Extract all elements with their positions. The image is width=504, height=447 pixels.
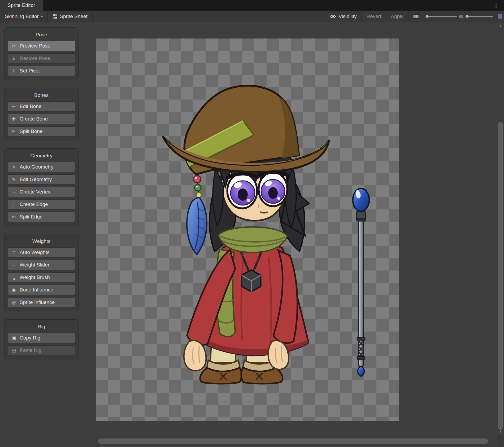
auto-geometry-icon: ✳: [11, 164, 17, 170]
tab-label: Sprite Editor: [7, 2, 35, 8]
editor-mode-dropdown[interactable]: Skinning Editor ▾: [0, 11, 47, 22]
eye-icon: [330, 14, 336, 19]
button-label: Copy Rig: [20, 335, 40, 341]
set-pivot-button[interactable]: ✛ Set Pivot: [8, 66, 75, 76]
panel-geometry: Geometry ✳ Auto Geometry ✎ Edit Geometry…: [4, 148, 79, 226]
kebab-menu-icon[interactable]: ⋮: [491, 0, 501, 11]
create-vertex-button[interactable]: ∴ Create Vertex: [8, 187, 75, 197]
button-label: Create Edge: [20, 201, 48, 207]
set-pivot-icon: ✛: [11, 68, 17, 74]
horizontal-scrollbar[interactable]: [0, 435, 497, 447]
panel-title-geometry: Geometry: [8, 151, 75, 162]
vertical-scroll-thumb[interactable]: [498, 122, 503, 430]
panel-bones: Bones ✏ Edit Bone ✚ Create Bone ✄ Split …: [4, 88, 79, 140]
scroll-down-icon[interactable]: ▼: [497, 430, 504, 433]
paste-rig-button[interactable]: ▤ Paste Rig: [8, 345, 75, 355]
bone-influence-button[interactable]: ◉ Bone Influence: [8, 285, 75, 295]
sprite-canvas[interactable]: [96, 38, 399, 421]
panel-pose: Pose ✂ Preview Pose ♟ Restore Pose ✛ Set…: [4, 27, 79, 80]
slider-track[interactable]: [465, 16, 493, 17]
slider-handle[interactable]: [425, 15, 429, 18]
button-label: Restore Pose: [20, 55, 50, 61]
weight-brush-button[interactable]: ⣦ Weight Brush: [8, 272, 75, 282]
button-label: Paste Rig: [20, 347, 41, 353]
split-bone-icon: ✄: [11, 129, 17, 134]
button-label: Weight Brush: [20, 274, 50, 280]
editor-tabbar: Sprite Editor ⋮: [0, 0, 504, 11]
copy-rig-icon: ▣: [11, 335, 17, 341]
color-ramp-swatch[interactable]: [413, 14, 419, 19]
panel-title-pose: Pose: [8, 30, 75, 41]
apply-button[interactable]: Apply: [386, 11, 408, 22]
revert-label: Revert: [367, 14, 381, 19]
chevron-down-icon: ▾: [41, 14, 43, 18]
paste-rig-icon: ▤: [11, 348, 17, 353]
create-edge-icon: ⋰: [11, 202, 17, 207]
edit-geometry-icon: ✎: [11, 177, 17, 182]
bone-opacity-slider[interactable]: [425, 11, 457, 22]
toolbar-separator: [408, 11, 409, 22]
weight-slider-button[interactable]: ∷ Weight Slider: [8, 260, 75, 270]
panel-title-rig: Rig: [8, 322, 75, 333]
sprite-pattern-icon[interactable]: [497, 14, 502, 19]
button-label: Create Bone: [20, 116, 48, 122]
scroll-up-icon[interactable]: ▲: [497, 24, 504, 28]
main-viewport: Pose ✂ Preview Pose ♟ Restore Pose ✛ Set…: [0, 23, 497, 435]
auto-geometry-button[interactable]: ✳ Auto Geometry: [8, 162, 75, 172]
slider-track[interactable]: [425, 16, 457, 17]
character-sprite: [163, 86, 329, 384]
create-bone-button[interactable]: ✚ Create Bone: [8, 114, 75, 124]
sprite-influence-icon: ◎: [11, 300, 17, 305]
button-label: Sprite Influence: [20, 299, 55, 305]
edit-bone-icon: ✏: [11, 104, 17, 109]
button-label: Create Vertex: [20, 189, 50, 195]
restore-pose-icon: ♟: [11, 56, 17, 61]
split-edge-icon: ✄: [11, 214, 17, 220]
preview-pose-button[interactable]: ✂ Preview Pose: [8, 41, 75, 51]
horizontal-scroll-thumb[interactable]: [98, 439, 488, 444]
revert-button[interactable]: Revert: [362, 11, 386, 22]
weight-brush-icon: ⣦: [11, 275, 17, 280]
panel-title-weights: Weights: [8, 237, 75, 247]
visibility-label: Visibility: [338, 14, 357, 19]
auto-weights-button[interactable]: ∵ Auto Weights: [8, 247, 75, 257]
button-label: Preview Pose: [20, 43, 50, 49]
staff-sprite: [353, 188, 369, 376]
auto-weights-icon: ∵: [11, 250, 17, 255]
panel-weights: Weights ∵ Auto Weights ∷ Weight Slider ⣦…: [4, 234, 79, 311]
vertical-scrollbar[interactable]: ▲ ▼: [497, 23, 504, 435]
bone-color-icon[interactable]: [459, 14, 463, 18]
visibility-toggle[interactable]: Visibility: [325, 11, 361, 22]
sprite-influence-button[interactable]: ◎ Sprite Influence: [8, 297, 75, 307]
button-label: Split Edge: [20, 214, 43, 220]
button-label: Auto Geometry: [20, 164, 54, 170]
slider-handle[interactable]: [466, 15, 469, 18]
sprite-sheet-button[interactable]: Sprite Sheet: [48, 11, 92, 22]
button-label: Split Bone: [20, 128, 43, 134]
tab-sprite-editor[interactable]: Sprite Editor: [0, 0, 43, 11]
button-label: Set Pivot: [20, 68, 40, 74]
create-bone-icon: ✚: [11, 116, 17, 122]
editor-mode-label: Skinning Editor: [5, 14, 39, 19]
edit-bone-button[interactable]: ✏ Edit Bone: [8, 101, 75, 111]
toolbar: Skinning Editor ▾ Sprite Sheet Visibilit…: [0, 11, 504, 22]
button-label: Bone Influence: [20, 287, 53, 293]
bone-influence-icon: ◉: [11, 287, 17, 293]
sprite-opacity-slider[interactable]: [465, 11, 493, 22]
button-label: Auto Weights: [20, 250, 50, 255]
restore-pose-button[interactable]: ♟ Restore Pose: [8, 53, 75, 63]
sprite-sheet-icon: [53, 14, 57, 19]
copy-rig-button[interactable]: ▣ Copy Rig: [8, 333, 75, 343]
create-edge-button[interactable]: ⋰ Create Edge: [8, 199, 75, 209]
edit-geometry-button[interactable]: ✎ Edit Geometry: [8, 174, 75, 184]
toolbar-separator: [92, 11, 93, 22]
button-label: Edit Bone: [20, 104, 41, 109]
sprite-layer: [96, 38, 399, 421]
sprite-sheet-label: Sprite Sheet: [60, 14, 88, 19]
create-vertex-icon: ∴: [11, 189, 17, 195]
preview-pose-icon: ✂: [11, 43, 17, 49]
split-edge-button[interactable]: ✄ Split Edge: [8, 212, 75, 222]
weight-slider-icon: ∷: [11, 262, 17, 268]
scrollbar-corner: [497, 435, 504, 447]
split-bone-button[interactable]: ✄ Split Bone: [8, 126, 75, 136]
